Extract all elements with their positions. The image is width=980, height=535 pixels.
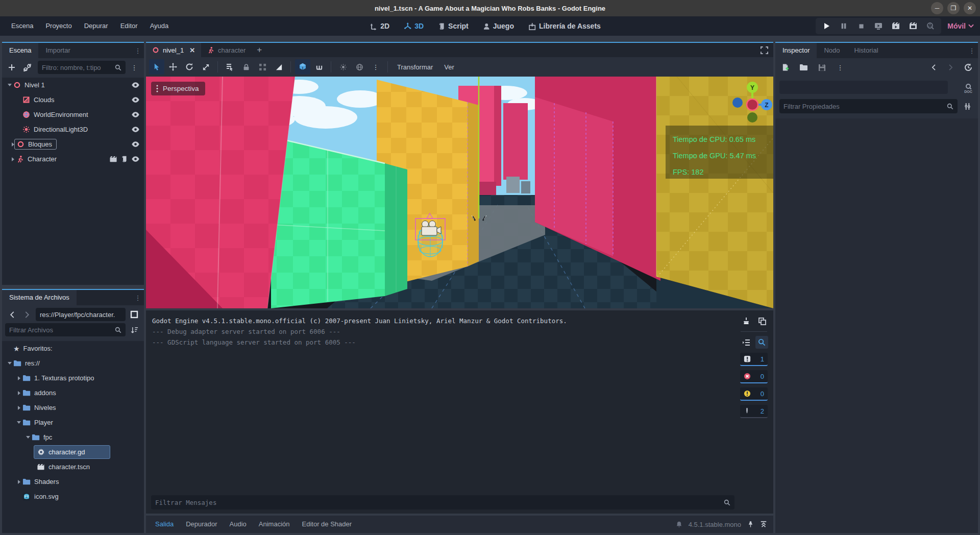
bottom-tab-animacion[interactable]: Animación [253,516,296,533]
new-scene-tab-button[interactable]: + [252,43,267,57]
edit-count-toggle[interactable]: 2 [740,405,768,418]
tab-sistema-de-archivos[interactable]: Sistema de Archivos [2,290,77,305]
tree-node-clouds[interactable]: Clouds [2,92,144,107]
snap-toggle[interactable] [311,59,327,75]
file-item-addons[interactable]: addons [2,385,144,400]
move-tool[interactable] [165,59,181,75]
message-count-toggle[interactable]: 1 [740,353,768,366]
dock-menu-icon[interactable]: ⋮ [132,290,144,305]
split-mode-toggle[interactable] [128,308,141,321]
ruler-tool[interactable] [271,59,286,75]
attached-script-icon[interactable] [121,155,128,163]
tab-assetlib[interactable]: Librería de Assets [523,20,606,32]
file-item-favoritos[interactable]: ★ Favoritos: [2,341,144,356]
movie-maker-button[interactable] [923,19,938,33]
copy-output-button[interactable] [755,314,768,327]
local-space-toggle[interactable] [295,59,310,75]
pause-button[interactable] [836,19,851,33]
file-item-fpc[interactable]: fpc [2,430,144,445]
property-filter-input[interactable]: Filtrar Propiedades [779,99,958,113]
add-node-button[interactable] [5,61,18,74]
load-resource-button[interactable] [797,61,810,74]
play-remote-button[interactable] [871,19,886,33]
tab-historial[interactable]: Historial [847,43,886,58]
bottom-tab-depurador[interactable]: Depurador [180,516,223,533]
menu-proyecto[interactable]: Proyecto [39,16,78,36]
search-output-button[interactable] [755,336,768,349]
scene-tree-menu-icon[interactable]: ⋮ [128,61,141,74]
new-resource-button[interactable] [778,61,792,74]
bottom-tab-audio[interactable]: Audio [224,516,253,533]
environment-preview-toggle[interactable] [352,59,367,75]
play-button[interactable] [819,19,834,33]
menu-editor[interactable]: Editor [114,16,144,36]
visibility-eye-icon[interactable] [131,95,140,104]
menu-ayuda[interactable]: Ayuda [144,16,175,36]
sun-preview-toggle[interactable] [335,59,351,75]
tab-3d[interactable]: 3D [399,20,429,32]
history-forward-button[interactable] [944,61,958,74]
tab-importar[interactable]: Importar [38,43,77,58]
lock-selected-icon[interactable] [238,59,254,75]
tree-node-nivel1[interactable]: Nivel 1 [2,78,144,92]
visibility-eye-icon[interactable] [131,81,140,89]
file-item-icon-svg[interactable]: icon.svg [2,489,144,504]
instance-scene-button[interactable] [20,61,34,74]
tab-2d[interactable]: 2D [364,20,395,32]
visibility-eye-icon[interactable] [131,110,140,119]
file-item-texturas[interactable]: 1. Texturas prototipo [2,371,144,385]
stop-button[interactable] [853,19,869,33]
preview-menu-icon[interactable]: ⋮ [368,59,383,75]
tree-node-worldenvironment[interactable]: WorldEnvironment [2,107,144,122]
visibility-eye-icon[interactable] [131,155,140,163]
sort-files-icon[interactable] [128,323,141,336]
tab-juego[interactable]: Juego [478,20,519,32]
resource-menu-icon[interactable]: ⋮ [834,61,847,74]
menu-depurar[interactable]: Depurar [78,16,114,36]
tree-node-directionallight3d[interactable]: DirectionalLight3D [2,122,144,137]
close-tab-icon[interactable]: ✕ [189,46,195,54]
tab-script[interactable]: Script [433,20,474,32]
collapse-duplicates-button[interactable] [740,336,752,349]
tree-node-character[interactable]: Character [2,152,144,166]
viewport-3d[interactable]: Perspectiva Y Z Tiempo de CPU: 0.65 ms T… [146,77,773,308]
tab-escena[interactable]: Escena [2,43,38,58]
view-menu-button[interactable]: Perspectiva [151,82,205,95]
list-select-tool[interactable] [222,59,237,75]
notification-bell-icon[interactable] [676,521,682,528]
save-resource-button[interactable] [815,61,828,74]
warning-count-toggle[interactable]: 0 [740,387,768,401]
minimize-button[interactable]: ─ [931,2,943,14]
scene-filter-input[interactable]: Filtro: nombre, t:tipo [38,61,126,74]
distraction-free-toggle[interactable] [758,43,770,57]
open-docs-icon[interactable]: DOC [962,82,975,95]
menu-transformar[interactable]: Transformar [392,63,438,71]
nav-back-button[interactable] [5,308,18,321]
pin-bottom-panel-icon[interactable] [747,521,754,528]
menu-ver[interactable]: Ver [439,63,459,71]
rotate-tool[interactable] [182,59,197,75]
tree-node-bloques[interactable]: Bloques [2,137,144,152]
select-tool[interactable] [149,59,164,75]
restore-button[interactable]: ❐ [947,2,960,14]
scene-tab-nivel1[interactable]: nivel_1 ✕ [146,43,201,57]
message-filter-input[interactable]: Filtrar Mensajes [151,495,734,509]
menu-escena[interactable]: Escena [5,16,39,36]
tab-inspector[interactable]: Inspector [775,43,817,58]
property-tools-icon[interactable] [961,100,974,113]
history-back-button[interactable] [927,61,940,74]
file-item-character-gd[interactable]: character.gd [2,445,144,459]
file-filter-input[interactable]: Filtrar Archivos [5,323,126,336]
visibility-eye-icon[interactable] [131,125,140,134]
visibility-eye-icon[interactable] [131,140,140,149]
file-item-shaders[interactable]: Shaders [2,474,144,489]
tab-nodo[interactable]: Nodo [817,43,847,58]
group-selected-icon[interactable] [255,59,270,75]
history-list-button[interactable] [962,61,975,74]
path-input[interactable]: res://Player/fpc/character. [36,308,126,321]
scale-tool[interactable] [198,59,213,75]
dock-menu-icon[interactable]: ⋮ [966,43,978,58]
bottom-tab-salida[interactable]: Salida [149,516,180,533]
error-count-toggle[interactable]: 0 [740,370,768,383]
clear-output-button[interactable] [740,314,752,327]
